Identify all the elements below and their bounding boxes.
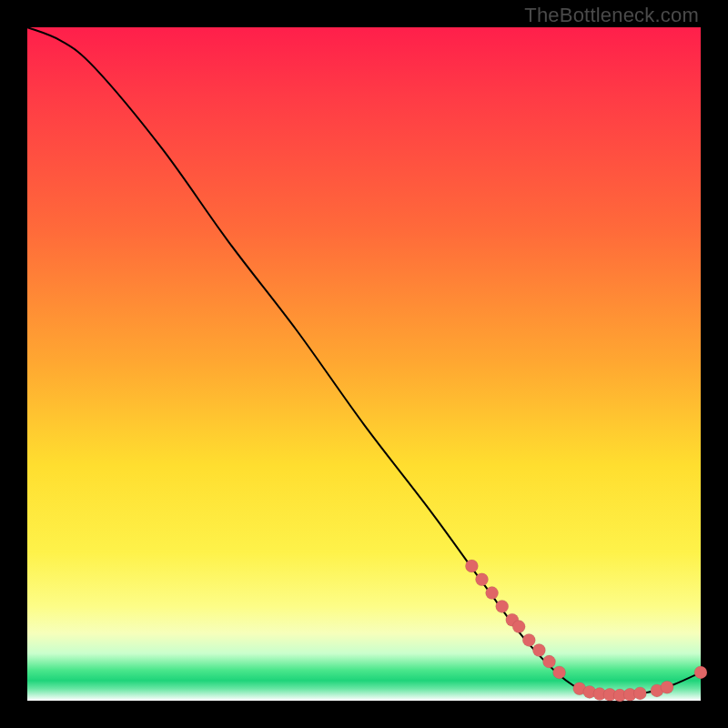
watermark-text: TheBottleneck.com (524, 4, 699, 27)
chart-frame: TheBottleneck.com (0, 0, 728, 728)
data-point (532, 644, 545, 657)
data-point (476, 573, 489, 586)
data-point (486, 587, 499, 600)
data-point (512, 621, 525, 633)
data-point (553, 666, 566, 679)
data-point (543, 655, 556, 668)
data-point (465, 560, 478, 572)
data-point (661, 681, 673, 693)
data-points-group (465, 560, 707, 702)
data-point (496, 600, 509, 612)
data-point (694, 666, 707, 679)
data-point (522, 633, 535, 646)
bottleneck-curve (27, 27, 701, 695)
data-point (633, 687, 646, 700)
chart-svg (27, 27, 701, 701)
